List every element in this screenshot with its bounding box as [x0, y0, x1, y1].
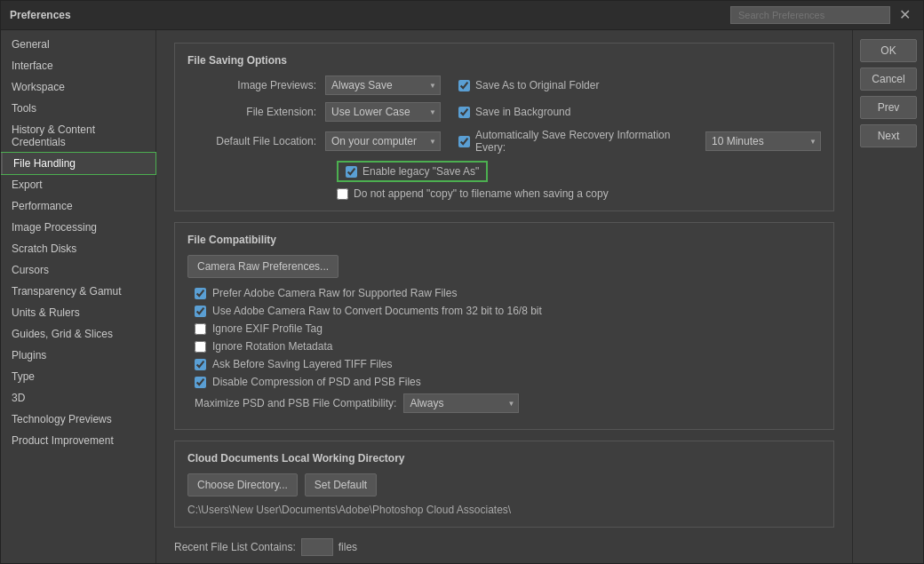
file-extension-row: File Extension: Use Lower Case Use Upper… [187, 102, 821, 122]
sidebar-item-tech-previews[interactable]: Technology Previews [1, 409, 155, 430]
main-content: File Saving Options Image Previews: Alwa… [156, 30, 852, 563]
default-file-location-row: Default File Location: On your computer … [187, 129, 821, 154]
save-in-background-checkbox[interactable] [458, 107, 470, 118]
auto-save-text: Automatically Save Recovery Information … [475, 129, 697, 154]
sidebar-item-3d[interactable]: 3D [1, 387, 155, 409]
enable-legacy-save-checkbox[interactable] [346, 166, 357, 178]
auto-save-label[interactable]: Automatically Save Recovery Information … [458, 129, 697, 154]
sidebar-item-units-rulers[interactable]: Units & Rulers [1, 302, 155, 323]
cloud-documents-section: Cloud Documents Local Working Directory … [174, 441, 834, 528]
sidebar-item-scratch-disks[interactable]: Scratch Disks [1, 238, 155, 259]
set-default-button[interactable]: Set Default [305, 473, 377, 496]
enable-legacy-save-highlight: Enable legacy "Save As" [337, 161, 488, 182]
default-file-location-select[interactable]: On your computer Creative Cloud [325, 131, 441, 151]
ignore-rotation-checkbox[interactable] [195, 341, 206, 353]
default-file-location-select-wrapper: On your computer Creative Cloud [325, 131, 441, 151]
save-in-background-text: Save in Background [475, 106, 570, 118]
dialog-title: Preferences [10, 9, 71, 21]
do-not-append-label[interactable]: Do not append "copy" to filename when sa… [337, 187, 821, 200]
disable-compression-checkbox[interactable] [195, 377, 206, 388]
file-compatibility-title: File Compatibility [187, 234, 821, 246]
title-bar-right: ✕ [730, 6, 914, 24]
sidebar-item-tools[interactable]: Tools [1, 98, 155, 119]
next-button[interactable]: Next [860, 124, 917, 147]
auto-save-group: Automatically Save Recovery Information … [458, 129, 821, 154]
ignore-exif-checkbox[interactable] [195, 323, 206, 335]
save-in-background-label[interactable]: Save in Background [458, 106, 570, 118]
close-button[interactable]: ✕ [896, 8, 914, 22]
camera-raw-preferences-button[interactable]: Camera Raw Preferences... [187, 255, 339, 278]
sidebar-item-guides-grid[interactable]: Guides, Grid & Slices [1, 323, 155, 345]
ignore-rotation-text: Ignore Rotation Metadata [212, 340, 332, 353]
sidebar-item-product-improvement[interactable]: Product Improvement [1, 430, 155, 451]
cloud-path: C:\Users\New User\Documents\Adobe\Photos… [187, 504, 821, 516]
ask-before-tiff-checkbox[interactable] [195, 359, 206, 370]
sidebar-item-plugins[interactable]: Plugins [1, 345, 155, 366]
image-previews-select[interactable]: Always Save Never Save Ask When Saving [325, 75, 441, 95]
auto-save-interval-wrapper: 10 Minutes 5 Minutes 15 Minutes 30 Minut… [705, 131, 821, 151]
enable-legacy-save-label[interactable]: Enable legacy "Save As" [346, 165, 479, 178]
sidebar: General Interface Workspace Tools Histor… [1, 30, 156, 563]
save-as-original-group: Save As to Original Folder [458, 79, 599, 91]
save-as-original-label[interactable]: Save As to Original Folder [458, 79, 599, 91]
use-adobe-raw-convert-text: Use Adobe Camera Raw to Convert Document… [212, 305, 542, 317]
sidebar-item-general[interactable]: General [1, 34, 155, 55]
preferences-dialog: Preferences ✕ General Interface Workspac… [0, 0, 924, 564]
do-not-append-row: Do not append "copy" to filename when sa… [337, 187, 821, 200]
file-compatibility-section: File Compatibility Camera Raw Preference… [174, 222, 834, 430]
sidebar-item-file-handling[interactable]: File Handling [1, 153, 155, 174]
dialog-body: General Interface Workspace Tools Histor… [1, 30, 923, 563]
right-buttons-panel: OK Cancel Prev Next [852, 30, 923, 563]
ignore-exif-text: Ignore EXIF Profile Tag [212, 322, 323, 335]
save-as-original-text: Save As to Original Folder [475, 79, 599, 91]
maximize-psd-select-wrapper: Always Never Ask [403, 393, 519, 413]
title-bar: Preferences ✕ [1, 1, 923, 30]
maximize-psd-label: Maximize PSD and PSB File Compatibility: [195, 397, 396, 409]
prefer-adobe-raw-checkbox[interactable] [195, 288, 206, 299]
cloud-buttons-row: Choose Directory... Set Default [187, 473, 821, 496]
maximize-psd-row: Maximize PSD and PSB File Compatibility:… [187, 393, 821, 413]
ask-before-tiff-row: Ask Before Saving Layered TIFF Files [187, 358, 821, 370]
do-not-append-text: Do not append "copy" to filename when sa… [354, 187, 609, 200]
enable-legacy-save-row: Enable legacy "Save As" [337, 161, 821, 182]
disable-compression-row: Disable Compression of PSD and PSB Files [187, 376, 821, 388]
sidebar-item-workspace[interactable]: Workspace [1, 76, 155, 98]
auto-save-checkbox[interactable] [458, 136, 470, 147]
file-saving-section: File Saving Options Image Previews: Alwa… [174, 43, 834, 211]
cancel-button[interactable]: Cancel [860, 68, 917, 91]
do-not-append-checkbox[interactable] [337, 188, 348, 200]
save-as-original-checkbox[interactable] [458, 80, 470, 91]
sidebar-item-history[interactable]: History & Content Credentials [1, 119, 155, 153]
recent-file-label-after: files [339, 541, 357, 553]
sidebar-item-export[interactable]: Export [1, 174, 155, 195]
sidebar-item-type[interactable]: Type [1, 366, 155, 387]
use-adobe-raw-convert-checkbox[interactable] [195, 306, 206, 317]
choose-directory-button[interactable]: Choose Directory... [187, 473, 298, 496]
search-input[interactable] [730, 6, 890, 24]
sidebar-item-interface[interactable]: Interface [1, 55, 155, 76]
file-saving-title: File Saving Options [187, 54, 821, 67]
auto-save-interval-select[interactable]: 10 Minutes 5 Minutes 15 Minutes 30 Minut… [705, 131, 821, 151]
recent-file-label-before: Recent File List Contains: [174, 541, 296, 553]
prev-button[interactable]: Prev [860, 96, 917, 119]
recent-file-count-input[interactable]: 20 [301, 538, 333, 556]
ignore-exif-row: Ignore EXIF Profile Tag [187, 322, 821, 335]
ignore-rotation-row: Ignore Rotation Metadata [187, 340, 821, 353]
cloud-documents-title: Cloud Documents Local Working Directory [187, 452, 821, 465]
prefer-adobe-raw-text: Prefer Adobe Camera Raw for Supported Ra… [212, 287, 457, 299]
file-extension-label: File Extension: [187, 106, 325, 118]
sidebar-item-performance[interactable]: Performance [1, 195, 155, 217]
disable-compression-text: Disable Compression of PSD and PSB Files [212, 376, 421, 388]
maximize-psd-select[interactable]: Always Never Ask [403, 393, 519, 413]
image-previews-select-wrapper: Always Save Never Save Ask When Saving [325, 75, 441, 95]
sidebar-item-transparency-gamut[interactable]: Transparency & Gamut [1, 281, 155, 302]
file-extension-select-wrapper: Use Lower Case Use Upper Case [325, 102, 441, 122]
default-file-location-label: Default File Location: [187, 135, 325, 147]
use-adobe-raw-convert-row: Use Adobe Camera Raw to Convert Document… [187, 305, 821, 317]
enable-legacy-save-text: Enable legacy "Save As" [362, 165, 479, 178]
sidebar-item-image-processing[interactable]: Image Processing [1, 217, 155, 238]
recent-file-list-row: Recent File List Contains: 20 files [174, 538, 834, 556]
ok-button[interactable]: OK [860, 39, 917, 62]
file-extension-select[interactable]: Use Lower Case Use Upper Case [325, 102, 441, 122]
sidebar-item-cursors[interactable]: Cursors [1, 259, 155, 281]
